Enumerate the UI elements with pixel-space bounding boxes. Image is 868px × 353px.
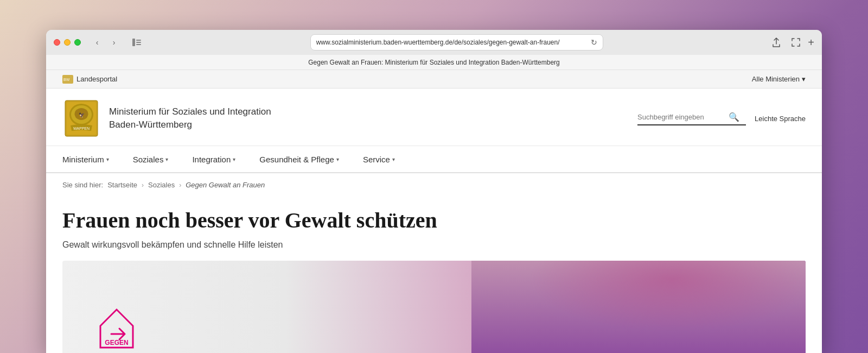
nav-item-integration[interactable]: Integration ▾ bbox=[180, 146, 247, 172]
logo-area: 🦅 WAPPEN Ministerium für Soziales und In… bbox=[62, 99, 271, 137]
svg-rect-3 bbox=[136, 44, 141, 45]
nav-service-chevron: ▾ bbox=[392, 156, 395, 162]
svg-text:🦅: 🦅 bbox=[79, 112, 85, 118]
browser-nav-buttons: ‹ › bbox=[90, 35, 122, 50]
breadcrumb-startseite[interactable]: Startseite bbox=[107, 181, 137, 189]
back-button[interactable]: ‹ bbox=[90, 35, 105, 50]
landesportal-link[interactable]: BW Landesportal bbox=[62, 75, 117, 84]
address-bar-container: www.sozialministerium.baden-wuerttemberg… bbox=[150, 34, 763, 51]
landesportal-icon: BW bbox=[62, 75, 73, 84]
fullscreen-button[interactable] bbox=[788, 35, 803, 50]
breadcrumb-prefix: Sie sind hier: bbox=[62, 181, 103, 189]
page-title: Frauen noch besser vor Gewalt schützen bbox=[62, 207, 806, 234]
maximize-button[interactable] bbox=[74, 39, 81, 46]
breadcrumb-sep-1: › bbox=[142, 181, 144, 189]
hero-woman-image bbox=[471, 261, 806, 353]
main-navigation: Ministerium ▾ Soziales ▾ Integration ▾ G… bbox=[46, 146, 822, 173]
nav-gesundheit-label: Gesundheit & Pflege bbox=[259, 155, 334, 164]
breadcrumb-sep-2: › bbox=[179, 181, 181, 189]
nav-soziales-chevron: ▾ bbox=[165, 156, 168, 162]
alle-ministerien-button[interactable]: Alle Ministerien ▾ bbox=[752, 75, 806, 83]
site-header: 🦅 WAPPEN Ministerium für Soziales und In… bbox=[46, 89, 822, 146]
breadcrumb: Sie sind hier: Startseite › Soziales › G… bbox=[46, 173, 822, 197]
alle-ministerien-label: Alle Ministerien bbox=[752, 75, 800, 83]
alle-ministerien-chevron: ▾ bbox=[802, 75, 806, 83]
nav-item-gesundheit[interactable]: Gesundheit & Pflege ▾ bbox=[247, 146, 351, 172]
nav-service-label: Service bbox=[363, 155, 390, 164]
header-right: 🔍 Leichte Sprache bbox=[637, 112, 806, 125]
search-input[interactable] bbox=[637, 113, 724, 121]
browser-actions: + bbox=[769, 35, 814, 50]
browser-window: ‹ › www.sozialministerium.baden-wuerttem… bbox=[46, 30, 822, 353]
nav-item-soziales[interactable]: Soziales ▾ bbox=[121, 146, 181, 172]
svg-text:WAPPEN: WAPPEN bbox=[73, 127, 90, 130]
browser-titlebar: ‹ › www.sozialministerium.baden-wuerttem… bbox=[46, 30, 822, 55]
forward-button[interactable]: › bbox=[106, 35, 122, 50]
website-content: Gegen Gewalt an Frauen: Ministerium für … bbox=[46, 55, 822, 353]
landesportal-label: Landesportal bbox=[76, 75, 117, 83]
url-text: www.sozialministerium.baden-wuerttemberg… bbox=[316, 39, 588, 46]
main-content: Frauen noch besser vor Gewalt schützen G… bbox=[46, 197, 822, 353]
leichte-sprache-link[interactable]: Leichte Sprache bbox=[755, 115, 806, 123]
breadcrumb-soziales[interactable]: Soziales bbox=[148, 181, 175, 189]
tab-title-text: Gegen Gewalt an Frauen: Ministerium für … bbox=[308, 59, 560, 66]
nav-soziales-label: Soziales bbox=[133, 155, 164, 164]
nav-integration-chevron: ▾ bbox=[233, 156, 235, 162]
sidebar-button[interactable] bbox=[129, 35, 144, 50]
search-icon[interactable]: 🔍 bbox=[729, 112, 739, 122]
traffic-lights bbox=[54, 39, 81, 46]
address-bar[interactable]: www.sozialministerium.baden-wuerttemberg… bbox=[310, 34, 603, 51]
nav-item-service[interactable]: Service ▾ bbox=[351, 146, 407, 172]
reload-button[interactable]: ↻ bbox=[591, 38, 597, 47]
nav-ministerium-chevron: ▾ bbox=[106, 156, 109, 162]
svg-rect-0 bbox=[132, 39, 135, 46]
nav-gesundheit-chevron: ▾ bbox=[336, 156, 339, 162]
new-tab-button[interactable]: + bbox=[808, 36, 814, 49]
nav-ministerium-label: Ministerium bbox=[62, 155, 104, 164]
nav-item-ministerium[interactable]: Ministerium ▾ bbox=[62, 146, 121, 172]
breadcrumb-current-page: Gegen Gewalt an Frauen bbox=[186, 181, 265, 189]
top-bar: BW Landesportal Alle Ministerien ▾ bbox=[46, 70, 822, 89]
share-button[interactable] bbox=[769, 35, 784, 50]
gegen-logo-area: GEGEN bbox=[95, 304, 138, 353]
gegen-logo-svg: GEGEN bbox=[95, 304, 138, 353]
nav-integration-label: Integration bbox=[192, 155, 231, 164]
hero-image: GEGEN bbox=[62, 261, 806, 353]
close-button[interactable] bbox=[54, 39, 60, 46]
page-subtitle: Gewalt wirkungsvoll bekämpfen und schnel… bbox=[62, 240, 806, 250]
search-box[interactable]: 🔍 bbox=[637, 112, 746, 125]
svg-rect-1 bbox=[136, 40, 141, 41]
svg-rect-2 bbox=[136, 42, 141, 43]
coat-of-arms-logo: 🦅 WAPPEN bbox=[62, 99, 100, 137]
svg-text:BW: BW bbox=[63, 78, 70, 81]
minimize-button[interactable] bbox=[64, 39, 71, 46]
ministry-name: Ministerium für Soziales und Integration… bbox=[109, 105, 271, 131]
tab-title-banner: Gegen Gewalt an Frauen: Ministerium für … bbox=[46, 55, 822, 70]
svg-text:GEGEN: GEGEN bbox=[105, 339, 128, 346]
